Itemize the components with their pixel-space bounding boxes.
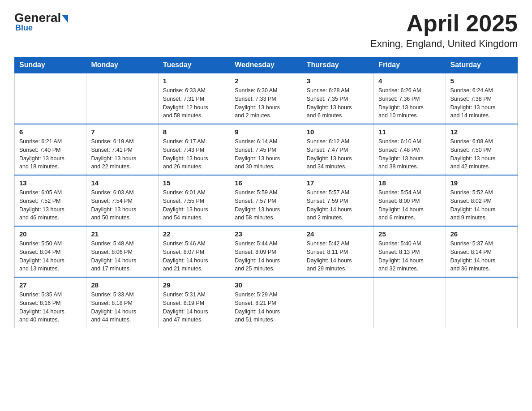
calendar-cell: 20Sunrise: 5:50 AM Sunset: 8:04 PM Dayli… — [15, 226, 86, 277]
calendar-cell: 26Sunrise: 5:37 AM Sunset: 8:14 PM Dayli… — [446, 226, 517, 277]
calendar-cell — [374, 277, 446, 328]
calendar-header-cell: Wednesday — [230, 57, 302, 73]
calendar-cell: 27Sunrise: 5:35 AM Sunset: 8:16 PM Dayli… — [15, 277, 86, 328]
calendar-cell: 29Sunrise: 5:31 AM Sunset: 8:19 PM Dayli… — [158, 277, 230, 328]
day-info: Sunrise: 6:10 AM Sunset: 7:48 PM Dayligh… — [378, 137, 441, 171]
calendar-cell: 5Sunrise: 6:24 AM Sunset: 7:38 PM Daylig… — [446, 73, 517, 124]
calendar-week-row: 13Sunrise: 6:05 AM Sunset: 7:52 PM Dayli… — [15, 175, 518, 226]
day-info: Sunrise: 5:48 AM Sunset: 8:06 PM Dayligh… — [91, 240, 153, 273]
calendar-cell: 11Sunrise: 6:10 AM Sunset: 7:48 PM Dayli… — [374, 124, 446, 175]
calendar-cell: 6Sunrise: 6:21 AM Sunset: 7:40 PM Daylig… — [15, 124, 86, 175]
calendar-header: SundayMondayTuesdayWednesdayThursdayFrid… — [15, 57, 518, 73]
title-block: April 2025 Exning, England, United Kingd… — [370, 11, 518, 50]
day-number: 19 — [450, 179, 513, 187]
calendar-cell: 9Sunrise: 6:14 AM Sunset: 7:45 PM Daylig… — [230, 124, 302, 175]
calendar-header-cell: Sunday — [15, 57, 86, 73]
day-info: Sunrise: 5:40 AM Sunset: 8:13 PM Dayligh… — [378, 240, 441, 273]
calendar-header-cell: Thursday — [302, 57, 373, 73]
day-info: Sunrise: 5:44 AM Sunset: 8:09 PM Dayligh… — [235, 240, 297, 273]
calendar-cell: 14Sunrise: 6:03 AM Sunset: 7:54 PM Dayli… — [86, 175, 158, 226]
day-number: 7 — [91, 128, 153, 136]
logo-arrow-icon — [62, 15, 68, 23]
day-number: 26 — [450, 230, 513, 238]
calendar-week-row: 1Sunrise: 6:33 AM Sunset: 7:31 PM Daylig… — [15, 73, 518, 124]
day-number: 12 — [450, 128, 513, 136]
day-number: 9 — [235, 128, 297, 136]
calendar-cell: 3Sunrise: 6:28 AM Sunset: 7:35 PM Daylig… — [302, 73, 373, 124]
day-info: Sunrise: 6:33 AM Sunset: 7:31 PM Dayligh… — [163, 86, 225, 120]
calendar-cell: 18Sunrise: 5:54 AM Sunset: 8:00 PM Dayli… — [374, 175, 446, 226]
calendar-cell: 28Sunrise: 5:33 AM Sunset: 8:18 PM Dayli… — [86, 277, 158, 328]
calendar-cell: 7Sunrise: 6:19 AM Sunset: 7:41 PM Daylig… — [86, 124, 158, 175]
calendar-week-row: 27Sunrise: 5:35 AM Sunset: 8:16 PM Dayli… — [15, 277, 518, 328]
day-number: 27 — [19, 281, 82, 289]
day-number: 16 — [235, 179, 297, 187]
calendar-week-row: 20Sunrise: 5:50 AM Sunset: 8:04 PM Dayli… — [15, 226, 518, 277]
day-info: Sunrise: 5:46 AM Sunset: 8:07 PM Dayligh… — [163, 240, 225, 273]
logo: General Blue — [14, 11, 68, 33]
day-info: Sunrise: 5:52 AM Sunset: 8:02 PM Dayligh… — [450, 188, 513, 222]
day-number: 15 — [163, 179, 225, 187]
day-number: 25 — [378, 230, 441, 238]
calendar-cell — [302, 277, 373, 328]
calendar-cell — [86, 73, 158, 124]
day-number: 17 — [307, 179, 369, 187]
calendar-cell: 15Sunrise: 6:01 AM Sunset: 7:55 PM Dayli… — [158, 175, 230, 226]
calendar-week-row: 6Sunrise: 6:21 AM Sunset: 7:40 PM Daylig… — [15, 124, 518, 175]
calendar-cell: 12Sunrise: 6:08 AM Sunset: 7:50 PM Dayli… — [446, 124, 517, 175]
page-title: April 2025 — [370, 11, 518, 36]
day-number: 11 — [378, 128, 441, 136]
calendar-cell — [15, 73, 86, 124]
day-number: 14 — [91, 179, 153, 187]
day-number: 30 — [235, 281, 297, 289]
day-info: Sunrise: 6:12 AM Sunset: 7:47 PM Dayligh… — [307, 137, 369, 171]
day-number: 3 — [307, 77, 369, 85]
calendar-cell: 24Sunrise: 5:42 AM Sunset: 8:11 PM Dayli… — [302, 226, 373, 277]
day-number: 22 — [163, 230, 225, 238]
day-info: Sunrise: 6:14 AM Sunset: 7:45 PM Dayligh… — [235, 137, 297, 171]
calendar-table: SundayMondayTuesdayWednesdayThursdayFrid… — [14, 57, 518, 328]
calendar-header-cell: Saturday — [446, 57, 517, 73]
day-info: Sunrise: 5:54 AM Sunset: 8:00 PM Dayligh… — [378, 188, 441, 222]
day-info: Sunrise: 5:33 AM Sunset: 8:18 PM Dayligh… — [91, 291, 153, 324]
day-number: 13 — [19, 179, 82, 187]
day-info: Sunrise: 6:03 AM Sunset: 7:54 PM Dayligh… — [91, 188, 153, 222]
calendar-body: 1Sunrise: 6:33 AM Sunset: 7:31 PM Daylig… — [15, 73, 518, 328]
calendar-header-cell: Monday — [86, 57, 158, 73]
day-number: 4 — [378, 77, 441, 85]
calendar-header-row: SundayMondayTuesdayWednesdayThursdayFrid… — [15, 57, 518, 73]
day-info: Sunrise: 5:29 AM Sunset: 8:21 PM Dayligh… — [235, 291, 297, 324]
day-info: Sunrise: 6:01 AM Sunset: 7:55 PM Dayligh… — [163, 188, 225, 222]
calendar-cell: 4Sunrise: 6:26 AM Sunset: 7:36 PM Daylig… — [374, 73, 446, 124]
calendar-cell: 30Sunrise: 5:29 AM Sunset: 8:21 PM Dayli… — [230, 277, 302, 328]
calendar-cell: 22Sunrise: 5:46 AM Sunset: 8:07 PM Dayli… — [158, 226, 230, 277]
day-number: 20 — [19, 230, 82, 238]
day-number: 6 — [19, 128, 82, 136]
day-number: 2 — [235, 77, 297, 85]
calendar-cell: 16Sunrise: 5:59 AM Sunset: 7:57 PM Dayli… — [230, 175, 302, 226]
day-info: Sunrise: 5:42 AM Sunset: 8:11 PM Dayligh… — [307, 240, 369, 273]
calendar-cell: 23Sunrise: 5:44 AM Sunset: 8:09 PM Dayli… — [230, 226, 302, 277]
calendar-cell: 17Sunrise: 5:57 AM Sunset: 7:59 PM Dayli… — [302, 175, 373, 226]
calendar-cell: 2Sunrise: 6:30 AM Sunset: 7:33 PM Daylig… — [230, 73, 302, 124]
calendar-cell: 13Sunrise: 6:05 AM Sunset: 7:52 PM Dayli… — [15, 175, 86, 226]
day-info: Sunrise: 6:17 AM Sunset: 7:43 PM Dayligh… — [163, 137, 225, 171]
day-number: 10 — [307, 128, 369, 136]
page-header: General Blue April 2025 Exning, England,… — [14, 11, 518, 50]
day-info: Sunrise: 5:31 AM Sunset: 8:19 PM Dayligh… — [163, 291, 225, 324]
calendar-cell: 25Sunrise: 5:40 AM Sunset: 8:13 PM Dayli… — [374, 226, 446, 277]
day-info: Sunrise: 5:59 AM Sunset: 7:57 PM Dayligh… — [235, 188, 297, 222]
calendar-header-cell: Tuesday — [158, 57, 230, 73]
day-info: Sunrise: 6:05 AM Sunset: 7:52 PM Dayligh… — [19, 188, 82, 222]
logo-blue: Blue — [15, 23, 33, 33]
day-number: 23 — [235, 230, 297, 238]
day-info: Sunrise: 5:35 AM Sunset: 8:16 PM Dayligh… — [19, 291, 82, 324]
calendar-cell — [446, 277, 517, 328]
day-number: 21 — [91, 230, 153, 238]
day-info: Sunrise: 6:30 AM Sunset: 7:33 PM Dayligh… — [235, 86, 297, 120]
day-number: 8 — [163, 128, 225, 136]
day-number: 5 — [450, 77, 513, 85]
day-number: 24 — [307, 230, 369, 238]
calendar-cell: 8Sunrise: 6:17 AM Sunset: 7:43 PM Daylig… — [158, 124, 230, 175]
calendar-cell: 1Sunrise: 6:33 AM Sunset: 7:31 PM Daylig… — [158, 73, 230, 124]
